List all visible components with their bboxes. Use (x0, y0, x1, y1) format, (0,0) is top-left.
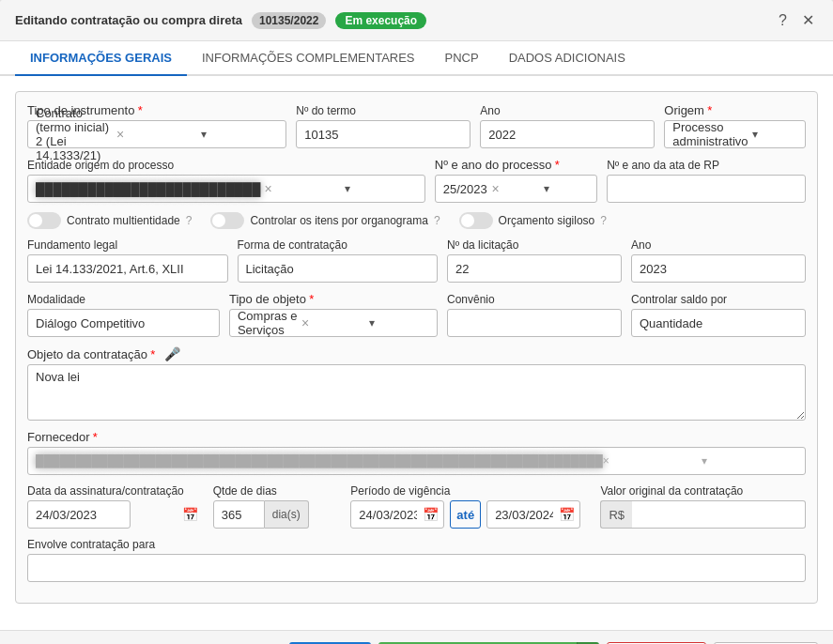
row-envolve: Envolve contratação para (27, 538, 806, 582)
input-controlar-saldo[interactable] (631, 309, 806, 337)
row-fundamento: Fundamento legal Forma de contratação Nº… (27, 238, 806, 283)
tab-dados-adicionais[interactable]: DADOS ADICIONAIS (494, 41, 640, 76)
select-tipo-objeto[interactable]: Compras e Serviços × ▾ (229, 309, 438, 337)
group-data-assinatura: Data da assinatura/contratação 📅 (27, 484, 204, 529)
arrow-fornecedor[interactable]: ▾ (702, 454, 801, 468)
input-nro-licitacao[interactable] (447, 254, 622, 283)
group-nro-termo: Nº do termo (296, 104, 470, 148)
textarea-objeto[interactable]: Nova lei (27, 364, 806, 421)
help-multientidade-icon[interactable]: ? (186, 214, 193, 227)
form-section: Tipo de instrumento * Contrato (termo in… (15, 91, 818, 604)
tab-informacoes-complementares[interactable]: INFORMAÇÕES COMPLEMENTARES (187, 41, 430, 76)
input-ano[interactable] (480, 120, 655, 148)
select-fornecedor[interactable]: ████████████████████████████████████████… (27, 447, 806, 475)
arrow-tipo-objeto[interactable]: ▾ (365, 316, 433, 330)
label-organograma: Controlar os itens por organograma (250, 214, 427, 227)
label-nro-termo: Nº do termo (296, 104, 470, 117)
label-nro-ano-processo: Nº e ano do processo * (435, 158, 597, 172)
input-nro-ano-ata[interactable] (607, 175, 806, 203)
modal-title-text: Editando contratação ou compra direta (15, 13, 242, 27)
group-forma-contratacao: Forma de contratação (238, 238, 439, 283)
label-objeto: Objeto da contratação * 🎤 (27, 346, 806, 361)
switch-organograma[interactable] (210, 212, 244, 229)
tab-pncp[interactable]: PNCP (430, 41, 494, 76)
group-ano-licitacao: Ano (631, 238, 806, 283)
help-sigiloso-icon[interactable]: ? (600, 214, 607, 227)
clear-tipo-instrumento[interactable]: × (113, 127, 197, 142)
row-fornecedor: Fornecedor * ███████████████████████████… (27, 430, 806, 475)
periodo-wrapper: 📅 até 📅 (350, 500, 591, 529)
label-forma-contratacao: Forma de contratação (238, 238, 439, 252)
label-data-assinatura: Data da assinatura/contratação (27, 484, 204, 498)
input-envolve[interactable] (27, 554, 806, 582)
switch-multientidade[interactable] (27, 212, 61, 229)
input-forma-contratacao[interactable] (238, 254, 439, 283)
input-nro-termo[interactable] (296, 120, 470, 148)
header-actions: ? ✕ (775, 9, 818, 31)
group-convenio: Convênio (447, 293, 622, 337)
row-tipo-instrumento: Tipo de instrumento * Contrato (termo in… (27, 103, 806, 148)
modal-footer: SALVAR SALVAR E ADICIONAR NOVO ▾ 🗑 EXCLU… (0, 630, 833, 644)
modal-container: Editando contratação ou compra direta 10… (0, 0, 833, 644)
badge-id: 10135/2022 (252, 12, 326, 29)
input-data-assinatura[interactable] (27, 500, 131, 529)
group-objeto: Objeto da contratação * 🎤 Nova lei (27, 346, 806, 421)
arrow-entidade[interactable]: ▾ (341, 182, 421, 195)
label-valor-original: Valor original da contratação (600, 484, 806, 498)
calendar-assinatura-icon[interactable]: 📅 (182, 507, 198, 522)
toggle-sigiloso: Orçamento sigiloso ? (459, 212, 607, 229)
row-entidade: Entidade origem do processo ████████████… (27, 158, 806, 203)
label-tipo-objeto: Tipo de objeto * (229, 292, 438, 306)
group-periodo-vigencia: Período de vigência 📅 até 📅 (350, 484, 591, 529)
arrow-nro-ano-processo[interactable]: ▾ (540, 182, 593, 195)
group-fornecedor: Fornecedor * ███████████████████████████… (27, 430, 806, 475)
label-nro-licitacao: Nº da licitação (447, 238, 622, 252)
clear-nro-ano-processo[interactable]: × (488, 181, 541, 196)
group-nro-ano-processo: Nº e ano do processo * 25/2023 × ▾ (435, 158, 597, 203)
input-ano-licitacao[interactable] (631, 254, 806, 283)
row-toggles: Contrato multientidade ? Controlar os it… (27, 212, 806, 229)
select-nro-ano-processo[interactable]: 25/2023 × ▾ (435, 175, 597, 203)
help-button[interactable]: ? (775, 10, 791, 31)
group-tipo-instrumento: Tipo de instrumento * Contrato (termo in… (27, 103, 286, 148)
help-organograma-icon[interactable]: ? (434, 214, 440, 227)
fornecedor-value: ████████████████████████████████████████… (36, 454, 603, 468)
mic-icon[interactable]: 🎤 (164, 346, 180, 361)
label-convenio: Convênio (447, 293, 622, 306)
group-valor-original: Valor original da contratação R$ (600, 484, 806, 529)
group-envolve: Envolve contratação para (27, 538, 806, 582)
toggle-multientidade: Contrato multientidade ? (27, 212, 192, 229)
label-entidade: Entidade origem do processo (27, 159, 425, 172)
input-data-assinatura-wrapper: 📅 (27, 500, 204, 529)
tab-informacoes-gerais[interactable]: INFORMAÇÕES GERAIS (15, 41, 187, 76)
group-controlar-saldo: Controlar saldo por (631, 293, 806, 337)
modal-header: Editando contratação ou compra direta 10… (0, 0, 833, 41)
input-periodo-inicio-wrapper: 📅 (350, 500, 444, 529)
select-entidade[interactable]: ██████████████████████████ × ▾ (27, 175, 425, 203)
group-origem: Origem * Processo administrativo ▾ (664, 103, 806, 148)
input-modalidade[interactable] (27, 309, 220, 337)
rs-prefix: R$ (600, 500, 632, 529)
input-qtde-dias[interactable] (213, 500, 265, 529)
group-modalidade: Modalidade (27, 293, 220, 337)
clear-fornecedor[interactable]: × (603, 454, 702, 468)
label-periodo-vigencia: Período de vigência (350, 484, 591, 498)
row-modalidade: Modalidade Tipo de objeto * Compras e Se… (27, 292, 806, 337)
toggle-organograma: Controlar os itens por organograma ? (210, 212, 440, 229)
qtde-dias-wrapper: dia(s) (213, 500, 342, 529)
arrow-origem[interactable]: ▾ (748, 128, 802, 141)
select-tipo-instrumento[interactable]: Contrato (termo inicial) 2 (Lei 14.1333/… (27, 120, 286, 148)
group-fundamento: Fundamento legal (27, 238, 228, 283)
clear-entidade[interactable]: × (260, 181, 340, 196)
calendar-fim-icon[interactable]: 📅 (559, 507, 575, 522)
input-valor-original[interactable] (632, 500, 806, 529)
calendar-inicio-icon[interactable]: 📅 (423, 507, 439, 522)
input-fundamento[interactable] (27, 254, 228, 283)
arrow-tipo-instrumento[interactable]: ▾ (197, 128, 282, 141)
clear-tipo-objeto[interactable]: × (298, 315, 365, 330)
switch-sigiloso[interactable] (459, 212, 493, 229)
select-origem[interactable]: Processo administrativo ▾ (664, 120, 806, 148)
close-button[interactable]: ✕ (798, 9, 818, 31)
input-convenio[interactable] (447, 309, 622, 337)
label-ano: Ano (480, 104, 655, 117)
